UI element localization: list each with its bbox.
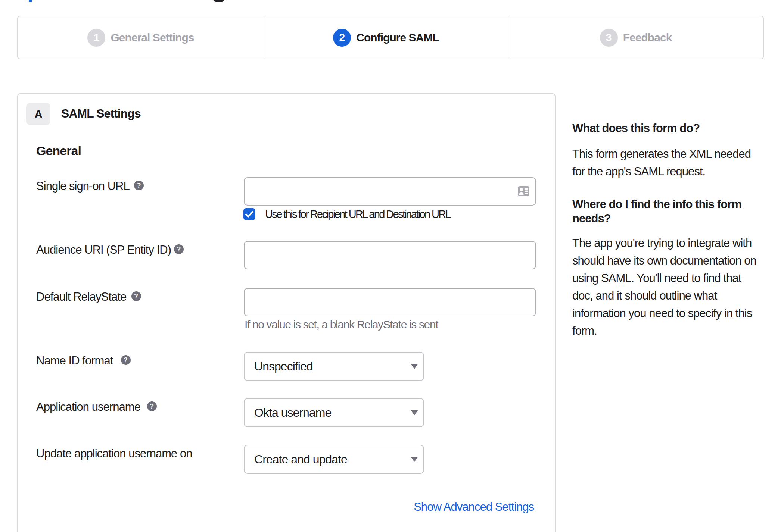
help-paragraph-what: This form generates the XML neededfor th… [572, 145, 751, 180]
step-3-number-badge: 3 [600, 29, 618, 47]
default-relaystate-input[interactable] [244, 288, 536, 316]
step-3-label: Feedback [623, 31, 672, 44]
audience-uri-help-icon[interactable]: ? [174, 244, 184, 254]
chevron-down-icon [411, 457, 418, 462]
audience-uri-input[interactable] [244, 241, 536, 269]
audience-uri-label: Audience URI (SP Entity ID) [36, 243, 171, 257]
default-relaystate-help-icon[interactable]: ? [131, 291, 141, 301]
wizard-step-general-settings[interactable]: 1 General Settings [18, 16, 264, 59]
help-paragraph-where: The app you're trying to integrate withs… [572, 234, 756, 339]
name-id-format-label: Name ID format [36, 354, 113, 367]
use-for-recipient-and-destination-checkbox[interactable] [243, 208, 255, 220]
application-username-label: Application username [36, 400, 140, 414]
use-for-recipient-and-destination-label: Use this for Recipient URL and Destinati… [265, 208, 450, 220]
step-2-label: Configure SAML [356, 31, 439, 44]
chevron-down-icon [411, 410, 418, 415]
default-relaystate-hint: If no value is set, a blank RelayState i… [245, 318, 438, 331]
clipped-blue-fragment [29, 0, 32, 2]
application-username-help-icon[interactable]: ? [147, 401, 157, 411]
general-group-title: General [36, 143, 81, 159]
name-id-format-select[interactable]: Unspecified [244, 352, 424, 381]
help-heading-where: Where do I find the info this formneeds? [572, 197, 741, 226]
single-sign-on-url-input[interactable] [244, 177, 536, 206]
wizard-step-configure-saml[interactable]: 2 Configure SAML [264, 16, 508, 59]
chevron-down-icon [411, 364, 418, 369]
clipped-heading-fragment [213, 0, 224, 2]
step-1-number-badge: 1 [87, 29, 105, 47]
help-heading-what: What does this form do? [572, 121, 700, 135]
default-relaystate-label: Default RelayState [36, 290, 126, 304]
show-advanced-settings-link[interactable]: Show Advanced Settings [414, 500, 534, 514]
section-a-badge: A [26, 103, 50, 125]
update-application-username-label: Update application username on [36, 447, 192, 460]
single-sign-on-url-label: Single sign-on URL [36, 179, 130, 193]
wizard-progress-bar: 1 General Settings 2 Configure SAML 3 Fe… [17, 16, 764, 59]
step-1-label: General Settings [111, 31, 194, 44]
application-username-value: Okta username [254, 406, 411, 420]
checkmark-icon [245, 211, 253, 218]
application-username-select[interactable]: Okta username [244, 398, 424, 427]
name-id-format-value: Unspecified [254, 360, 411, 373]
wizard-step-feedback[interactable]: 3 Feedback [508, 16, 763, 59]
update-application-username-value: Create and update [254, 453, 411, 466]
saml-settings-card: A SAML Settings General Single sign-on U… [17, 93, 556, 532]
step-2-number-badge: 2 [333, 29, 351, 47]
update-application-username-select[interactable]: Create and update [244, 445, 424, 474]
single-sign-on-url-help-icon[interactable]: ? [134, 181, 144, 190]
name-id-format-help-icon[interactable]: ? [121, 355, 131, 365]
section-title: SAML Settings [61, 103, 141, 125]
